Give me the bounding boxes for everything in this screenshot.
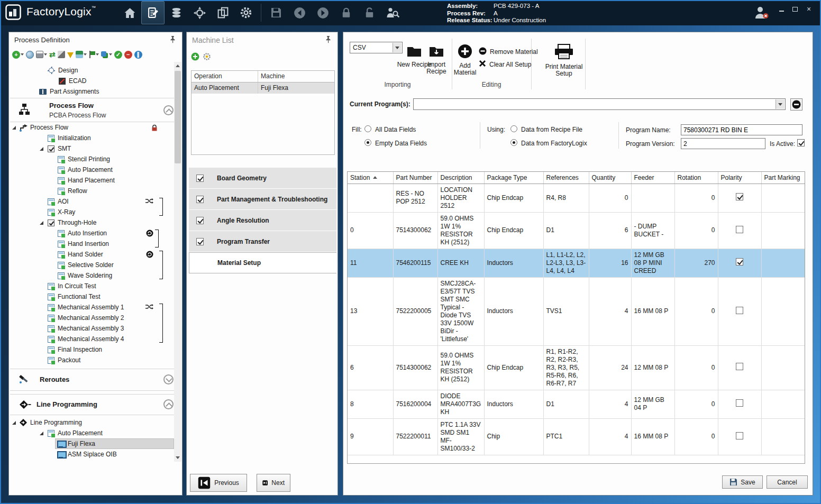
tree-scrollbar[interactable] — [174, 62, 181, 462]
tree-item-wave-soldering[interactable]: Wave Soldering — [10, 270, 174, 281]
polarity-checkbox[interactable] — [736, 193, 743, 200]
polarity-checkbox[interactable] — [736, 399, 743, 407]
machine-settings-icon[interactable] — [203, 52, 211, 63]
user-logout-icon[interactable] — [753, 5, 769, 22]
save-icon[interactable] — [264, 1, 288, 24]
tree-item-selective-solder[interactable]: Selective Solder — [10, 260, 174, 270]
style-icon[interactable] — [76, 51, 87, 58]
tree-item-part-assignments[interactable]: Part Assignments — [10, 86, 174, 97]
table-row-station-9[interactable]: 97522200011PTC 1.1A 33V SMD SM1 MF-SM100… — [348, 418, 805, 455]
pin-icon[interactable] — [325, 35, 332, 44]
section-program-transfer[interactable]: Program Transfer — [189, 231, 336, 252]
sample-icon[interactable] — [67, 51, 74, 58]
print-material-setup-button[interactable]: Print Material Setup — [543, 44, 585, 77]
minimize-button[interactable] — [777, 4, 786, 14]
tree-item-stencil-printing[interactable]: Stencil Printing — [10, 154, 174, 164]
tree-item-auto-placement[interactable]: Auto Placement — [10, 428, 174, 438]
hold-icon[interactable]: ∥ — [134, 51, 142, 59]
tree-item-mechanical-assembly-1[interactable]: Mechanical Assembly 1 — [10, 302, 174, 313]
polarity-checkbox[interactable] — [736, 432, 743, 439]
column-header-description[interactable]: Description — [437, 172, 484, 184]
unlock-icon[interactable] — [358, 1, 381, 24]
tree-item-in-circuit-test[interactable]: In Circuit Test — [10, 281, 174, 291]
remove-icon[interactable]: − — [124, 51, 132, 59]
machine-table-header-machine[interactable]: Machine — [258, 71, 334, 82]
polarity-checkbox[interactable] — [736, 258, 743, 265]
tree-item-hand-solder[interactable]: Hand Solder — [10, 249, 174, 260]
table-row-station-6[interactable]: 6751430006259.0 OHMS 1W 1% RESISTOR KH (… — [348, 345, 805, 390]
tree-item-x-ray[interactable]: X-Ray — [10, 207, 174, 217]
column-header-rotation[interactable]: Rotation — [674, 172, 718, 184]
machine-table-row[interactable]: Auto Placement Fuji Flexa — [191, 83, 334, 94]
section-angle-resolution[interactable]: Angle Resolution — [189, 210, 336, 231]
table-row-station-0[interactable]: 0751430006259.0 OHMS 1W 1% RESISTOR KH (… — [348, 212, 805, 249]
settings-icon[interactable] — [234, 1, 258, 24]
forward-icon[interactable] — [311, 1, 334, 24]
data-from-recipe-file-radio[interactable] — [510, 125, 517, 132]
expand-section-icon[interactable] — [163, 374, 174, 384]
tree-item-hand-placement[interactable]: Hand Placement — [10, 175, 174, 186]
process-flow-section-header[interactable]: Process Flow PCBA Process Flow — [10, 98, 181, 122]
empty-data-fields-radio[interactable] — [364, 139, 371, 146]
tree-item-smt[interactable]: SMT — [10, 143, 174, 154]
tree-item-process-flow[interactable]: Process Flow — [10, 122, 174, 133]
data-from-factorylogix-radio[interactable] — [510, 139, 517, 146]
scroll-down-icon[interactable] — [174, 454, 181, 462]
add-material-button[interactable]: Add Material — [448, 44, 482, 76]
print-icon[interactable] — [36, 51, 47, 58]
collapse-section-icon[interactable] — [163, 399, 174, 409]
section-checkbox[interactable] — [196, 217, 204, 224]
program-version-input[interactable] — [681, 138, 765, 149]
tree-item-mechanical-assembly-3[interactable]: Mechanical Assembly 3 — [10, 323, 174, 334]
tree-item-auto-insertion[interactable]: Auto Insertion — [10, 228, 174, 239]
pin-icon[interactable] — [169, 35, 177, 44]
line-programming-section-header[interactable]: Line Programming — [10, 394, 181, 415]
tree-item-auto-placement[interactable]: Auto Placement — [10, 164, 174, 175]
audit-search-icon[interactable] — [381, 1, 404, 24]
remove-program-button[interactable] — [790, 98, 802, 111]
column-header-feeder[interactable]: Feeder — [631, 172, 674, 184]
tree-item-asm-siplace-oib[interactable]: ASM Siplace OIB — [10, 449, 174, 460]
tree-item-functional-test[interactable]: Functional Test — [10, 291, 174, 302]
tree-item-final-inspection[interactable]: Final Inspection — [10, 344, 174, 355]
sign-off-icon[interactable] — [58, 51, 65, 58]
column-header-references[interactable]: References — [543, 172, 589, 184]
enable-icon[interactable]: ✓ — [114, 51, 122, 59]
add-item-icon[interactable]: + — [12, 51, 24, 59]
documents-icon[interactable] — [211, 1, 234, 24]
is-active-checkbox[interactable] — [797, 139, 805, 146]
tree-item-aoi[interactable]: AOI — [10, 196, 174, 207]
polarity-checkbox[interactable] — [736, 307, 743, 314]
tree-item-line-programming[interactable]: Line Programming — [10, 417, 174, 428]
table-row-station-11[interactable]: 117546200115CREE KHInductorsL1, L1-L2, L… — [348, 249, 805, 277]
previous-button[interactable]: Previous — [190, 474, 247, 492]
tree-item-design[interactable]: Design — [10, 65, 174, 76]
materials-icon[interactable] — [165, 1, 188, 24]
table-row-station-13[interactable]: 137522200005SMCJ28CA-E3/57T TVS SMT SMC … — [348, 277, 805, 345]
column-header-quantity[interactable]: Quantity — [589, 172, 631, 184]
scroll-up-icon[interactable] — [174, 62, 181, 70]
cancel-button[interactable]: Cancel — [767, 475, 808, 489]
scrollbar-thumb[interactable] — [175, 71, 181, 163]
add-machine-icon[interactable] — [191, 52, 199, 63]
current-programs-select[interactable] — [413, 98, 786, 110]
clear-all-setup-button[interactable]: Clear All Setup — [479, 60, 531, 69]
expander-icon[interactable] — [10, 419, 18, 426]
home-icon[interactable] — [118, 1, 141, 24]
expander-icon[interactable] — [38, 429, 45, 437]
milestone-icon[interactable] — [89, 51, 99, 58]
column-header-polarity[interactable]: Polarity — [718, 172, 761, 184]
tree-item-initialization[interactable]: Initialization — [10, 133, 174, 143]
expander-icon[interactable] — [38, 219, 45, 226]
polarity-checkbox[interactable] — [736, 226, 743, 233]
tree-item-packout[interactable]: Packout — [10, 355, 174, 365]
process-definition-icon[interactable] — [141, 1, 165, 24]
format-select[interactable]: CSV — [350, 42, 403, 53]
close-button[interactable]: × — [804, 4, 814, 14]
navigate-icon[interactable] — [188, 1, 211, 24]
expander-icon[interactable] — [10, 124, 18, 131]
collapse-section-icon[interactable] — [163, 105, 174, 115]
section-board-geometry[interactable]: Board Geometry — [189, 168, 336, 188]
sync-icon[interactable]: ⇄ — [49, 51, 56, 59]
machine-table-header-operation[interactable]: Operation — [191, 71, 258, 82]
